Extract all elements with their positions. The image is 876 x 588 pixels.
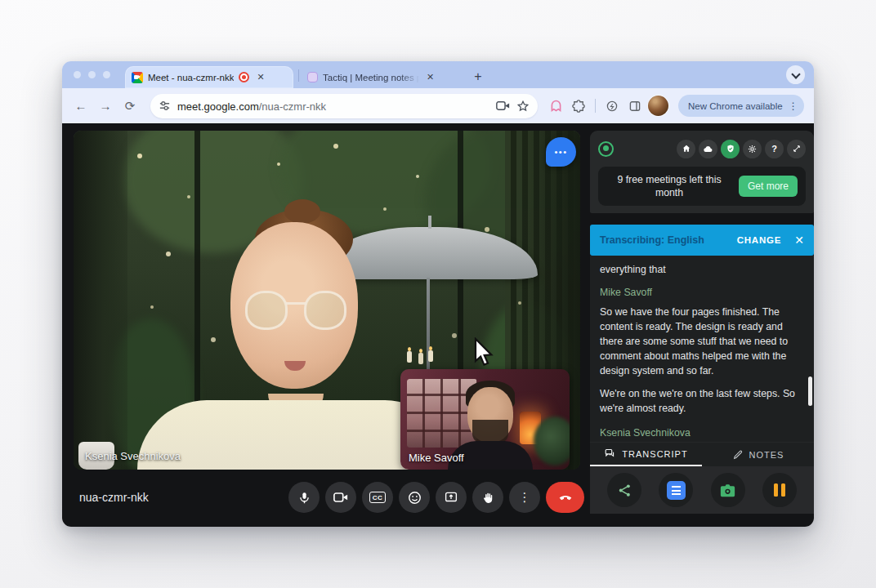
quota-text: 9 free meetings left this month [606, 173, 732, 199]
pencil-icon [732, 449, 744, 461]
transcript-body[interactable]: everything that Mike Savoff So we have t… [590, 256, 814, 442]
recording-indicator-icon [239, 72, 249, 82]
tab-title: Meet - nua-czmr-nkk [148, 73, 234, 82]
tactiq-favicon [307, 72, 318, 82]
meeting-code: nua-czmr-nkk [79, 491, 149, 504]
traffic-light-close[interactable] [74, 71, 81, 78]
google-docs-button[interactable] [659, 473, 693, 507]
pip-video-tile[interactable]: Mike Savoff [400, 369, 570, 470]
pause-recording-button[interactable] [762, 473, 797, 507]
plant [534, 416, 570, 466]
string-lights [74, 131, 75, 132]
close-tab-icon[interactable]: ✕ [424, 71, 436, 83]
raise-hand-button[interactable] [472, 482, 503, 513]
browser-toolbar: ← → ⟳ meet.google.com/nua-czmr-nkk [62, 88, 814, 123]
tab-notes[interactable]: NOTES [702, 443, 814, 466]
traffic-light-minimize[interactable] [88, 71, 96, 78]
tactiq-panel: ? 9 free meetings left this month Get mo… [590, 131, 814, 514]
shield-check-icon[interactable] [721, 140, 740, 158]
panel-actions [590, 466, 814, 514]
profile-avatar[interactable] [648, 96, 668, 116]
meet-control-bar: nua-czmr-nkk CC [62, 470, 590, 527]
pip-name-label: Mike Savoff [409, 452, 464, 464]
reload-button[interactable]: ⟳ [119, 96, 141, 117]
main-video-tile[interactable]: Ksenia Svechnikova ••• Mike Savoff [74, 131, 580, 470]
tactiq-logo [598, 141, 614, 157]
meet-favicon [132, 72, 143, 83]
new-tab-button[interactable]: + [468, 67, 488, 87]
traffic-light-zoom[interactable] [103, 71, 110, 78]
browser-window: Meet - nua-czmr-nkk ✕ Tactiq | Meeting n… [62, 61, 814, 527]
panel-gap [590, 213, 814, 225]
close-tab-icon[interactable]: ✕ [254, 71, 266, 83]
transcript-line: So we have the four pages finished. The … [600, 305, 804, 378]
extension-lens-icon[interactable] [602, 100, 622, 113]
tab-meet[interactable]: Meet - nua-czmr-nkk ✕ [125, 66, 293, 88]
settings-gear-icon[interactable] [743, 140, 762, 158]
captions-button[interactable]: CC [362, 482, 393, 513]
leave-call-button[interactable] [546, 482, 584, 513]
tab-strip: Meet - nua-czmr-nkk ✕ Tactiq | Meeting n… [62, 61, 814, 88]
home-icon[interactable] [677, 140, 695, 158]
chrome-update-button[interactable]: New Chrome available ⋮ [678, 95, 804, 117]
screenshot-camera-button[interactable] [711, 473, 745, 507]
quota-box: 9 free meetings left this month Get more [598, 167, 806, 206]
get-more-button[interactable]: Get more [739, 176, 798, 197]
tab-title: Tactiq | Meeting notes powe [323, 73, 419, 82]
url-text: meet.google.com/nua-czmr-nkk [177, 99, 489, 114]
chat-bubbles-icon [604, 448, 616, 460]
extensions-puzzle-icon[interactable] [569, 99, 588, 114]
close-banner-icon[interactable]: ✕ [794, 234, 804, 247]
tab-divider [298, 69, 299, 82]
side-panel-icon[interactable] [625, 100, 645, 113]
meet-page: Ksenia Svechnikova ••• Mike Savoff nua-c… [62, 123, 814, 527]
present-button[interactable] [436, 482, 467, 513]
forward-button[interactable]: → [95, 96, 116, 117]
resize-panel-icon[interactable] [787, 140, 806, 158]
panel-tabs: TRANSCRIPT NOTES [590, 442, 814, 466]
umbrella-pole [427, 278, 430, 384]
toolbar-separator [595, 99, 596, 113]
chat-bubble-icon[interactable]: ••• [546, 137, 576, 167]
transcript-line: everything that [600, 263, 804, 278]
camera-permission-icon[interactable] [496, 100, 510, 111]
tab-search-chevron-icon[interactable] [786, 65, 805, 84]
docs-icon [667, 481, 686, 500]
transcript-speaker: Ksenia Svechnikova [600, 427, 804, 439]
transcript-speaker: Mike Savoff [600, 287, 804, 298]
address-bar[interactable]: meet.google.com/nua-czmr-nkk [150, 94, 538, 118]
microphone-button[interactable] [288, 482, 320, 513]
candles [407, 351, 412, 363]
participant-hair-bun [284, 199, 320, 224]
transcribing-label: Transcribing: English [600, 234, 704, 246]
tactiq-extension-icon[interactable] [546, 99, 565, 113]
tab-transcript[interactable]: TRANSCRIPT [590, 443, 702, 466]
cloud-icon[interactable] [699, 140, 717, 158]
change-language-button[interactable]: CHANGE [737, 235, 782, 245]
glass-door-frame [74, 131, 127, 470]
participant-glasses [245, 291, 346, 333]
bookmark-star-icon[interactable] [516, 100, 530, 113]
tactiq-header: ? 9 free meetings left this month Get mo… [590, 131, 814, 213]
help-icon[interactable]: ? [765, 140, 784, 158]
transcript-line: We're on the we're on the last few steps… [600, 387, 804, 416]
transcribing-banner: Transcribing: English CHANGE ✕ [590, 225, 814, 256]
site-info-icon[interactable] [159, 100, 171, 112]
more-options-button[interactable]: ⋮ [509, 482, 540, 513]
camera-button[interactable] [325, 482, 356, 513]
participant-name-label: Ksenia Svechnikova [85, 450, 181, 462]
reactions-button[interactable] [399, 482, 430, 513]
browser-menu-icon[interactable]: ⋮ [789, 100, 799, 112]
mouse-cursor [472, 337, 497, 373]
share-button[interactable] [607, 473, 641, 507]
tab-tactiq[interactable]: Tactiq | Meeting notes powe ✕ [301, 66, 463, 88]
back-button[interactable]: ← [70, 96, 92, 117]
panel-scrollbar[interactable] [808, 376, 812, 406]
pause-icon [774, 483, 785, 497]
